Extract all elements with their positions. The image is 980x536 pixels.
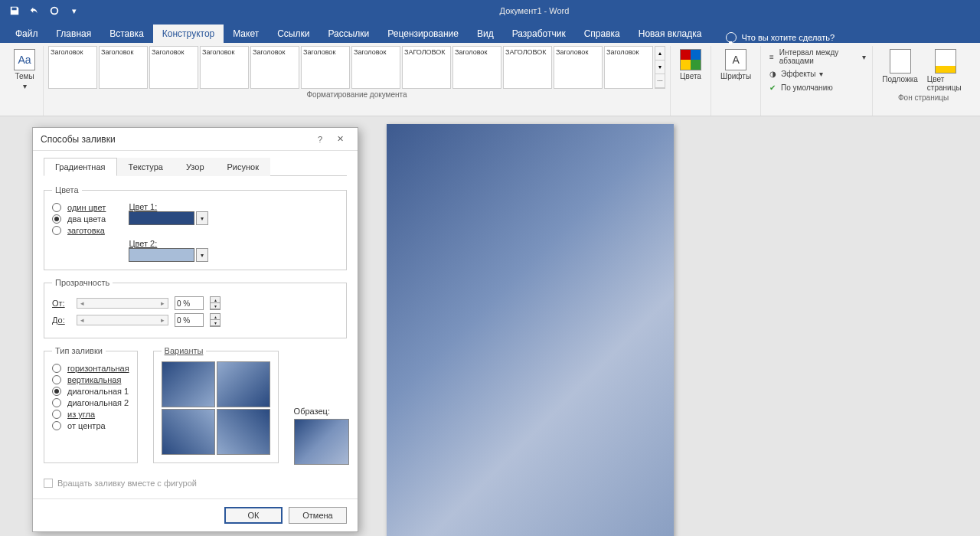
from-slider[interactable]: ◂▸: [77, 298, 168, 309]
sample-label: Образец:: [294, 407, 349, 416]
two-colors-label[interactable]: два цвета: [67, 214, 106, 224]
tab-insert[interactable]: Вставка: [100, 25, 153, 43]
page-color-button[interactable]: Цвет страницы: [923, 46, 969, 92]
to-value[interactable]: 0 %: [175, 313, 204, 327]
radio-center[interactable]: [52, 421, 61, 430]
undo-icon[interactable]: [26, 2, 43, 19]
spin-down-icon[interactable]: ▾: [211, 303, 220, 309]
style-item[interactable]: Заголовок: [200, 46, 249, 89]
paragraph-spacing-button[interactable]: ≡ Интервал между абзацами ▾: [766, 47, 867, 66]
variant-2[interactable]: [217, 361, 270, 407]
tab-help[interactable]: Справка: [575, 25, 629, 43]
radio-horizontal[interactable]: [52, 364, 61, 373]
watermark-button[interactable]: Подложка: [877, 46, 923, 92]
tab-new[interactable]: Новая вкладка: [629, 25, 711, 43]
tab-file[interactable]: Файл: [6, 25, 47, 43]
ribbon-tabs: Файл Главная Вставка Конструктор Макет С…: [0, 21, 980, 43]
tab-review[interactable]: Рецензирование: [378, 25, 468, 43]
tab-mailings[interactable]: Рассылки: [318, 25, 378, 43]
color1-swatch[interactable]: [129, 211, 194, 225]
colors-button[interactable]: Цвета: [675, 46, 706, 80]
qat-dropdown-icon[interactable]: ▾: [66, 2, 83, 19]
cancel-button[interactable]: Отмена: [289, 507, 347, 524]
center-label[interactable]: от центра: [67, 421, 106, 430]
style-item[interactable]: Заголовок: [604, 46, 653, 89]
horizontal-label[interactable]: горизонтальная: [67, 364, 129, 373]
dialog-tabs: Градиентная Текстура Узор Рисунок: [44, 157, 347, 176]
page-color-label: Цвет страницы: [927, 75, 965, 92]
radio-one-color[interactable]: [52, 203, 61, 212]
variant-1[interactable]: [162, 361, 215, 407]
fill-type-legend: Тип заливки: [52, 346, 106, 355]
one-color-label[interactable]: один цвет: [67, 203, 106, 212]
style-item[interactable]: Заголовок: [351, 46, 400, 89]
set-default-button[interactable]: ✔ По умолчанию: [766, 81, 867, 93]
save-icon[interactable]: [6, 2, 23, 19]
tab-developer[interactable]: Разработчик: [503, 25, 575, 43]
variant-3[interactable]: [162, 409, 215, 455]
dialog-close-button[interactable]: ✕: [330, 129, 350, 149]
style-item[interactable]: Заголовок: [149, 46, 198, 89]
dialog-tab-gradient[interactable]: Градиентная: [44, 158, 117, 176]
color2-dropdown[interactable]: ▾: [196, 248, 208, 262]
document-page[interactable]: [387, 124, 674, 536]
gallery-down-icon[interactable]: ▾: [655, 60, 665, 74]
watermark-label: Подложка: [882, 75, 918, 83]
from-value[interactable]: 0 %: [175, 296, 204, 310]
radio-two-colors[interactable]: [52, 214, 61, 224]
preset-label[interactable]: заготовка: [67, 226, 105, 235]
tab-design[interactable]: Конструктор: [153, 25, 224, 43]
radio-diagonal2[interactable]: [52, 398, 61, 407]
style-item[interactable]: Заголовок: [301, 46, 350, 89]
dialog-tab-texture[interactable]: Текстура: [117, 158, 175, 176]
vertical-label[interactable]: вертикальная: [67, 375, 121, 384]
spin-up-icon[interactable]: ▴: [211, 314, 220, 320]
colors-label: Цвета: [680, 72, 701, 80]
from-spinner: ▴▾: [210, 296, 220, 310]
style-item[interactable]: ЗАГОЛОВОК: [503, 46, 552, 89]
window-title: Документ1 - Word: [89, 6, 980, 15]
fonts-button[interactable]: A Шрифты: [716, 46, 756, 80]
themes-button[interactable]: Aa Темы ▾: [11, 46, 38, 90]
dialog-help-button[interactable]: ?: [310, 129, 330, 149]
style-item[interactable]: Заголовок: [99, 46, 148, 89]
corner-label[interactable]: из угла: [67, 410, 95, 419]
gallery-more-icon[interactable]: ⋯: [655, 74, 665, 88]
dialog-titlebar: Способы заливки ? ✕: [33, 128, 358, 151]
tell-me-search[interactable]: Что вы хотите сделать?: [726, 32, 835, 43]
spin-down-icon[interactable]: ▾: [211, 320, 220, 326]
radio-preset[interactable]: [52, 226, 61, 235]
diagonal1-label[interactable]: диагональная 1: [67, 387, 129, 396]
diagonal2-label[interactable]: диагональная 2: [67, 398, 129, 407]
radio-vertical[interactable]: [52, 375, 61, 384]
effects-button[interactable]: ◑ Эффекты ▾: [766, 67, 867, 80]
ribbon-group-colors: Цвета: [671, 46, 711, 116]
color2-swatch[interactable]: [129, 248, 194, 262]
tab-view[interactable]: Вид: [468, 25, 503, 43]
tab-home[interactable]: Главная: [47, 25, 101, 43]
radio-corner[interactable]: [52, 410, 61, 419]
effects-label: Эффекты: [781, 70, 815, 78]
gallery-up-icon[interactable]: ▴: [655, 47, 665, 60]
dialog-tab-pattern[interactable]: Узор: [175, 158, 216, 176]
style-item[interactable]: Заголовок: [250, 46, 299, 89]
dialog-tab-picture[interactable]: Рисунок: [216, 158, 271, 176]
to-slider[interactable]: ◂▸: [77, 315, 168, 325]
redo-icon[interactable]: [46, 2, 63, 19]
style-item[interactable]: ЗАГОЛОВОК: [402, 46, 451, 89]
style-item[interactable]: Заголовок: [554, 46, 603, 89]
color1-label: Цвет 1:: [129, 202, 208, 211]
style-item[interactable]: Заголовок: [452, 46, 501, 89]
rotate-checkbox: [44, 479, 53, 488]
fill-effects-dialog: Способы заливки ? ✕ Градиентная Текстура…: [32, 127, 358, 532]
page-color-icon: [935, 49, 956, 74]
color1-dropdown[interactable]: ▾: [196, 211, 208, 225]
variant-4[interactable]: [217, 409, 270, 455]
spin-up-icon[interactable]: ▴: [211, 297, 220, 303]
style-item[interactable]: Заголовок: [48, 46, 97, 89]
ok-button[interactable]: ОК: [224, 507, 283, 524]
tab-layout[interactable]: Макет: [224, 25, 268, 43]
radio-diagonal1[interactable]: [52, 387, 61, 396]
sample-preview: [294, 419, 349, 465]
tab-references[interactable]: Ссылки: [268, 25, 318, 43]
